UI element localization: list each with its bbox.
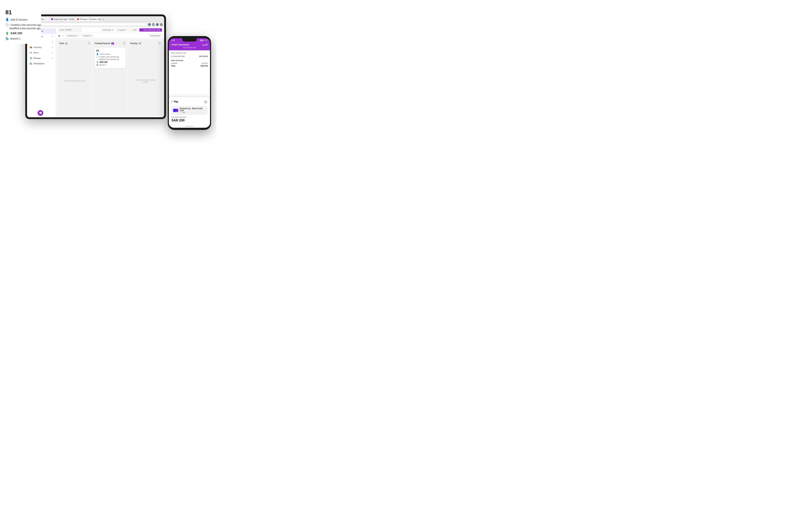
inventory-arrow: ▼ bbox=[52, 46, 53, 48]
phone-notch bbox=[182, 38, 197, 42]
tablet-frame: Pay - Foodics ✕ Create your login - Food… bbox=[25, 14, 166, 119]
sidebar-item-manage[interactable]: ⚙️ Manage ▼ bbox=[27, 55, 56, 61]
arabic-title: العربية bbox=[202, 43, 207, 46]
filter-button[interactable]: ⚡ Filter bbox=[129, 28, 139, 32]
col-info-draft: ⓘ bbox=[88, 42, 90, 45]
svg-text:Pay: Pay bbox=[174, 100, 178, 103]
agents-arrow: ▼ bbox=[125, 29, 127, 31]
card-customer-row: 👤 Abd El Kareem bbox=[96, 53, 124, 55]
sidebar-item-marketplace[interactable]: 🏪 Marketplace bbox=[27, 61, 56, 66]
col-badge-pending: 0 bbox=[139, 42, 142, 45]
order-card-81[interactable]: 81 👤 Abd El Kareem 🕐 Created a few secon… bbox=[95, 48, 126, 68]
sub-agents-select[interactable]: All Agents ▼ bbox=[81, 34, 93, 37]
browser-tab-3[interactable]: CS board - CS board - Agile Bo... ✕ bbox=[75, 17, 101, 21]
floating-amount-row: 💲 SAR 200 bbox=[5, 32, 41, 35]
ap-pay-label: Pay Online Payment bbox=[171, 116, 207, 118]
sub-selects: All Branches ▼ All Agents ▼ bbox=[65, 34, 93, 37]
agents-label: All Agents bbox=[117, 29, 125, 31]
sidebar-marketplace-label: Marketplace bbox=[33, 62, 44, 64]
col-title-draft: Draft bbox=[59, 42, 64, 44]
chat-bubble[interactable]: 💬 bbox=[38, 110, 43, 116]
agents-select[interactable]: All Agents ▼ bbox=[116, 28, 128, 32]
order-summary-section: Order Summary bbox=[171, 59, 208, 61]
card-modified: Modified a few seconds ago bbox=[99, 58, 119, 60]
menu-icon: 🍽 bbox=[30, 52, 32, 54]
col-header-pending: Pending 0 ⓘ bbox=[128, 40, 162, 46]
status-time: 2:35 bbox=[171, 39, 175, 41]
phone-bottom-indicator bbox=[169, 125, 210, 128]
browser-tab-2[interactable]: Create your login - Foodics Pay ✕ bbox=[49, 17, 74, 21]
sidebar-item-inventory[interactable]: 📦 Inventory ▼ bbox=[27, 45, 56, 50]
col-header-draft: Draft 0 ⓘ bbox=[58, 40, 92, 46]
browser-chrome: Pay - Foodics ✕ Create your login - Food… bbox=[27, 16, 164, 22]
sub-branches-arrow: ▼ bbox=[77, 35, 78, 37]
ap-card-name: Payment via... Bank Credit Card bbox=[180, 107, 206, 112]
phone-frame: 2:35 Messages ▐▐▐ 5G 🔋 Order Summary الع… bbox=[168, 36, 211, 130]
scene: 81 👤 Abd El Kareem 🕐 Created a few secon… bbox=[0, 0, 217, 144]
store-icon: 🏪 bbox=[5, 37, 9, 40]
item-qty-name: 1 x Piza-SEa Food bbox=[171, 55, 185, 57]
card-person-icon: 👤 bbox=[96, 53, 99, 55]
new-order-button[interactable]: 📞 New Call Center Order bbox=[139, 28, 162, 32]
close-tab-1[interactable]: ✕ bbox=[45, 18, 47, 20]
branches-select[interactable]: All Branches ▼ bbox=[101, 28, 115, 32]
dollar-icon: 💲 bbox=[5, 32, 9, 35]
card-order-id: 81 bbox=[96, 49, 124, 52]
card-created: Created a few seconds ago bbox=[99, 56, 119, 58]
tab-favicon-3 bbox=[77, 18, 79, 20]
floating-info-card: 81 👤 Abd El Kareem 🕐 Created a few secon… bbox=[5, 7, 41, 44]
network-type: 5G bbox=[203, 40, 205, 41]
edit-requests-button[interactable]: Edit Requests bbox=[149, 34, 162, 37]
filter-icon: ⚡ bbox=[131, 29, 133, 31]
grid-icon: ⊞ bbox=[152, 23, 155, 26]
empty-pending: You don't have Pending orders bbox=[130, 48, 161, 114]
sub-agents-label: All Agents bbox=[83, 35, 90, 37]
branches-arrow: ▼ bbox=[112, 29, 114, 31]
col-body-draft: You don't have Draft orders bbox=[58, 46, 92, 115]
inventory-icon: 📦 bbox=[30, 46, 32, 48]
battery-icon: 🔋 bbox=[206, 40, 207, 41]
address-bar[interactable]: y-orders bbox=[29, 23, 147, 26]
total-row: Total SAR 200 bbox=[171, 65, 208, 67]
phone-screen: 2:35 Messages ▐▐▐ 5G 🔋 Order Summary الع… bbox=[169, 38, 210, 128]
main-header: All Branches ▼ All Agents ▼ ⚡ Filter bbox=[56, 27, 164, 33]
floating-created-text: Created a few seconds ago bbox=[11, 24, 41, 26]
sub-branches-select[interactable]: All Branches ▼ bbox=[65, 34, 80, 37]
ap-close-button[interactable]: ✕ bbox=[204, 100, 207, 104]
marketplace-icon: 🏪 bbox=[30, 62, 32, 65]
reports-arrow: ▼ bbox=[52, 41, 53, 43]
status-right: ▐▐▐ 5G 🔋 bbox=[200, 40, 207, 41]
col-title-pending-payment: Pending Payment bbox=[95, 42, 110, 44]
user-icon: 👤 bbox=[156, 23, 159, 26]
new-tab-button[interactable]: + bbox=[101, 17, 105, 21]
col-badge-pending-payment: 1 bbox=[111, 42, 114, 45]
tablet-screen: Pay - Foodics ✕ Create your login - Food… bbox=[27, 16, 164, 117]
profile-icon: 👤 bbox=[148, 23, 151, 26]
search-input[interactable] bbox=[58, 28, 82, 32]
sidebar-inventory-label: Inventory bbox=[33, 46, 42, 48]
clock-icon: 🕐 bbox=[5, 23, 9, 27]
customers-arrow: ▼ bbox=[52, 35, 53, 37]
card-amount-row: 💲 SAR 200 bbox=[96, 61, 124, 63]
time-left: 09:28 minutes left bbox=[171, 47, 207, 48]
person-icon: 👤 bbox=[5, 18, 9, 21]
ap-header:  Pay ✕ bbox=[171, 100, 207, 104]
col-title-pending: Pending bbox=[130, 42, 137, 44]
floating-customer-row: 👤 Abd El Kareem bbox=[5, 18, 41, 21]
floating-customer-name: Abd El Kareem bbox=[11, 18, 27, 21]
col-header-pending-payment: Pending Payment 1 ⓘ bbox=[93, 40, 127, 46]
total-label: Total bbox=[171, 65, 175, 67]
search-icon[interactable]: 🔍 bbox=[160, 23, 163, 26]
sidebar-item-menu[interactable]: 🍽 Menu ▼ bbox=[27, 50, 56, 55]
card-customer-name: Abd El Kareem bbox=[99, 53, 111, 55]
floating-modified-text: Modified a few seconds ago bbox=[9, 27, 41, 30]
manage-arrow: ▼ bbox=[52, 57, 53, 59]
total-value: SAR 200 bbox=[200, 65, 208, 67]
card-store-icon: 🏪 bbox=[96, 64, 99, 66]
card-amount: SAR 200 bbox=[99, 61, 107, 63]
signal-icon: ▐▐▐ bbox=[200, 40, 203, 41]
ap-card-row[interactable]: Payment via... Bank Credit Card .... 566… bbox=[171, 106, 207, 115]
subtotal-row: Subtotal SAR 200 bbox=[171, 62, 208, 64]
card-time-row: 🕐 Created a few seconds ago bbox=[96, 56, 124, 58]
apple-pay-svg:  Pay bbox=[171, 100, 180, 103]
